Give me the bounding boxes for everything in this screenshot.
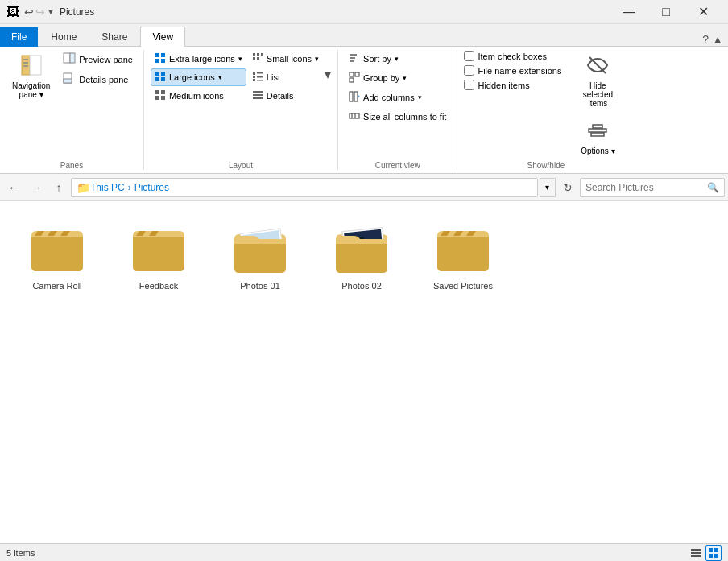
qat-dropdown[interactable]: ▼: [47, 7, 55, 16]
help-icon[interactable]: ?: [702, 33, 709, 46]
search-icon: 🔍: [707, 182, 719, 193]
small-icons-label: Small icons: [267, 54, 312, 64]
hidden-items-row: Hidden items: [464, 79, 561, 91]
medium-icons-button[interactable]: Medium icons: [151, 87, 246, 105]
size-all-columns-label: Size all columns to fit: [363, 112, 446, 122]
collapse-ribbon-btn[interactable]: ▲: [712, 33, 723, 46]
options-button[interactable]: Options ▾: [575, 115, 620, 159]
large-icons-icon: [155, 71, 166, 84]
tab-share[interactable]: Share: [89, 27, 139, 47]
status-bar: 5 items: [0, 543, 728, 561]
tab-file[interactable]: File: [0, 27, 38, 47]
sort-by-button[interactable]: Sort by ▾: [345, 50, 450, 68]
size-all-columns-icon: [349, 110, 360, 123]
undo-btn[interactable]: ↩: [24, 6, 34, 19]
navigation-pane-label: Navigationpane ▾: [12, 81, 50, 99]
svg-rect-38: [350, 72, 354, 76]
address-dropdown-btn[interactable]: ▾: [540, 178, 556, 197]
options-label: Options ▾: [581, 146, 614, 155]
ribbon-tabs: File Home Share View ? ▲: [0, 24, 728, 47]
details-pane-button[interactable]: Details pane: [59, 70, 137, 89]
group-by-button[interactable]: Group by ▾: [345, 69, 450, 87]
panes-section-label: Panes: [6, 159, 137, 170]
svg-rect-39: [355, 72, 359, 76]
folder-feedback[interactable]: Feedback: [114, 214, 203, 296]
app-icon: 🖼: [6, 5, 19, 19]
svg-rect-40: [350, 78, 354, 82]
folder-saved-pictures[interactable]: Saved Pictures: [419, 214, 507, 296]
currentview-section-label: Current view: [345, 159, 450, 170]
showhide-content: Item check boxes File name extensions Hi…: [464, 50, 627, 159]
svg-rect-61: [714, 548, 718, 552]
medium-icons-label: Medium icons: [169, 91, 224, 101]
svg-rect-23: [261, 53, 263, 56]
svg-rect-44: [350, 113, 359, 118]
main-content: Camera Roll Feedback: [0, 201, 728, 543]
svg-text:+: +: [358, 93, 360, 98]
svg-rect-50: [591, 133, 604, 136]
pictures-link[interactable]: Pictures: [134, 182, 169, 193]
photos-01-icon: [228, 220, 292, 278]
folder-photos-01[interactable]: Photos 01: [216, 214, 304, 296]
small-icons-button[interactable]: Small icons ▾: [248, 50, 323, 68]
nav-bar: ← → ↑ 📁 This PC › Pictures ▾ ↻ 🔍: [0, 174, 728, 201]
this-pc-link[interactable]: This PC: [90, 182, 125, 193]
ribbon-collapse: ? ▲: [702, 33, 728, 46]
svg-rect-26: [253, 72, 255, 75]
svg-rect-30: [253, 79, 255, 81]
minimize-button[interactable]: —: [610, 0, 647, 24]
file-name-extensions-row: File name extensions: [464, 64, 561, 76]
sort-by-label: Sort by: [363, 54, 391, 64]
file-name-extensions-checkbox[interactable]: [464, 65, 474, 76]
photos-01-name: Photos 01: [240, 281, 280, 291]
tab-home[interactable]: Home: [39, 27, 89, 47]
svg-rect-22: [257, 53, 259, 56]
maximize-button[interactable]: □: [647, 0, 685, 24]
large-icons-dropdown: ▾: [218, 73, 222, 81]
folder-camera-roll[interactable]: Camera Roll: [13, 214, 101, 296]
tab-view[interactable]: View: [140, 27, 185, 47]
list-button[interactable]: List: [248, 68, 323, 86]
redo-btn[interactable]: ↪: [35, 6, 45, 19]
layout-section-label: Layout: [151, 159, 331, 170]
quick-access: ↩ ↪ ▼: [24, 6, 55, 19]
extra-large-icons-button[interactable]: Extra large icons ▾: [151, 50, 246, 68]
folder-photos-02[interactable]: Photos 02: [317, 214, 406, 296]
svg-rect-28: [253, 76, 255, 78]
add-columns-button[interactable]: + Add columns ▾: [345, 89, 450, 106]
window-title: Pictures: [60, 6, 94, 18]
details-view-button[interactable]: [688, 545, 704, 561]
large-icons-view-button[interactable]: [705, 545, 722, 561]
layout-expand-icon[interactable]: ▾: [325, 67, 331, 82]
size-all-columns-button[interactable]: Size all columns to fit: [345, 108, 450, 126]
close-button[interactable]: ✕: [685, 0, 722, 24]
ribbon-content: Navigationpane ▾ Preview pane: [0, 47, 728, 174]
file-name-extensions-label: File name extensions: [478, 66, 561, 76]
forward-button[interactable]: →: [26, 177, 47, 198]
svg-rect-57: [691, 549, 701, 551]
search-input[interactable]: [585, 182, 704, 193]
refresh-button[interactable]: ↻: [557, 177, 578, 198]
back-button[interactable]: ←: [3, 177, 24, 198]
search-bar[interactable]: 🔍: [580, 178, 725, 197]
hidden-items-checkbox[interactable]: [464, 80, 474, 90]
navigation-pane-button[interactable]: Navigationpane ▾: [6, 50, 56, 103]
group-by-dropdown: ▾: [403, 74, 407, 82]
details-button[interactable]: Details: [248, 87, 323, 105]
up-button[interactable]: ↑: [48, 177, 69, 198]
status-bar-right: [688, 545, 722, 561]
item-check-boxes-checkbox[interactable]: [464, 51, 474, 61]
address-bar[interactable]: 📁 This PC › Pictures: [71, 178, 538, 197]
add-columns-label: Add columns: [363, 93, 415, 102]
photos-02-name: Photos 02: [341, 281, 382, 291]
svg-rect-17: [155, 90, 159, 94]
svg-rect-5: [64, 53, 70, 63]
svg-rect-60: [709, 548, 713, 552]
hide-selected-items-button[interactable]: Hide selecteditems: [568, 50, 627, 112]
preview-pane-button[interactable]: Preview pane: [59, 50, 137, 68]
details-label: Details: [267, 91, 294, 101]
camera-roll-icon: [25, 220, 89, 278]
large-icons-button[interactable]: Large icons ▾: [151, 68, 246, 86]
svg-rect-20: [161, 96, 165, 100]
svg-rect-59: [691, 555, 701, 557]
